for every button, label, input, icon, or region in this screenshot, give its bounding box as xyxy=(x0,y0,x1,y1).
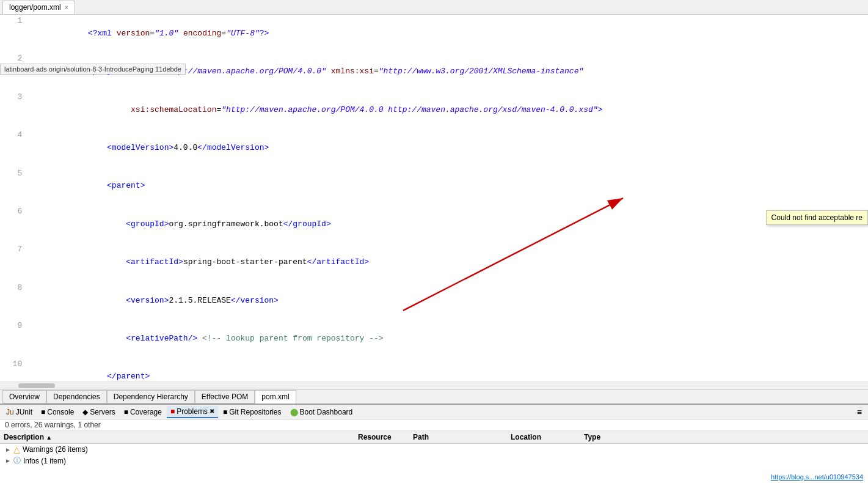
line-number: 8 xyxy=(0,282,28,320)
col-location[interactable]: Location xyxy=(507,432,580,442)
col-resource[interactable]: Resource xyxy=(354,432,409,442)
minimize-button[interactable]: ≡ xyxy=(853,406,866,418)
info-group-label: Infos (1 item) xyxy=(23,457,66,465)
editor-area: latinboard-ads origin/solution-8-3-Intro… xyxy=(0,15,868,404)
problems-badge: ✖ xyxy=(210,408,214,415)
boot-icon: ⬤ xyxy=(290,408,298,416)
tab-effective-pom[interactable]: Effective POM xyxy=(195,390,255,404)
line-content: <relativePath/> <!-- lookup parent from … xyxy=(28,320,868,358)
tab-bar: loggen/pom.xml × xyxy=(0,0,868,15)
line-content: <parent> xyxy=(28,168,868,205)
sort-icon: ▲ xyxy=(46,434,52,441)
table-row: 5 <parent> xyxy=(0,168,868,205)
col-path[interactable]: Path xyxy=(409,432,507,442)
bottom-link[interactable]: https://blog.s...net/u010947534 xyxy=(771,473,863,481)
expand-icon[interactable]: ► xyxy=(5,457,11,464)
line-number: 9 xyxy=(0,320,28,358)
editor-tabs: Overview Dependencies Dependency Hierarc… xyxy=(0,389,868,404)
line-content: <groupId>org.springframework.boot</group… xyxy=(28,205,868,243)
table-row: 8 <version>2.1.5.RELEASE</version> xyxy=(0,282,868,320)
line-number: 7 xyxy=(0,243,28,281)
line-content: <modelVersion>4.0.0</modelVersion> xyxy=(28,129,868,167)
git-icon: ■ xyxy=(223,408,227,416)
expand-icon[interactable]: ► xyxy=(5,446,11,453)
table-row: 4 <modelVersion>4.0.0</modelVersion> xyxy=(0,129,868,167)
tab-overview[interactable]: Overview xyxy=(2,390,46,404)
table-row: 7 <artifactId>spring-boot-starter-parent… xyxy=(0,243,868,281)
info-icon: ⓘ xyxy=(13,455,21,466)
servers-icon: ◆ xyxy=(82,408,88,416)
console-icon: ■ xyxy=(41,408,45,416)
line-content: </parent> xyxy=(28,358,868,382)
table-row: 6 <groupId>org.springframework.boot</gro… xyxy=(0,205,868,243)
table-row: 1 <?xml version="1.0" encoding="UTF-8"?> xyxy=(0,15,868,53)
tool-servers[interactable]: ◆ Servers xyxy=(79,407,119,418)
line-content: <?xml version="1.0" encoding="UTF-8"?> xyxy=(28,15,868,53)
table-row: 10 </parent> xyxy=(0,358,868,382)
tool-console[interactable]: ■ Console xyxy=(37,407,78,418)
error-text: Could not find acceptable re xyxy=(771,213,863,222)
line-number: 5 xyxy=(0,168,28,205)
line-number: 1 xyxy=(0,15,28,53)
file-tab[interactable]: loggen/pom.xml × xyxy=(2,1,75,14)
tool-git[interactable]: ■ Git Repositories xyxy=(219,407,285,418)
line-number: 10 xyxy=(0,358,28,382)
tab-pom-xml[interactable]: pom.xml xyxy=(255,390,296,404)
col-type[interactable]: Type xyxy=(580,432,868,442)
list-item: ► ⓘ Infos (1 item) xyxy=(0,455,868,466)
close-icon[interactable]: × xyxy=(65,4,68,11)
warning-icon: △ xyxy=(13,444,20,454)
line-content: <version>2.1.5.RELEASE</version> xyxy=(28,282,868,320)
horizontal-scrollbar[interactable] xyxy=(0,382,868,389)
tab-title: loggen/pom.xml xyxy=(9,3,61,12)
list-item: ► △ Warnings (26 items) xyxy=(0,444,868,455)
problems-table-header: Description ▲ Resource Path Location Typ… xyxy=(0,431,868,444)
line-number: 3 xyxy=(0,91,28,129)
line-content: xsi:schemaLocation="http://maven.apache.… xyxy=(28,91,868,129)
warning-group-label: Warnings (26 items) xyxy=(23,445,88,454)
error-popup: Could not find acceptable re xyxy=(766,210,868,225)
tab-dependency-hierarchy[interactable]: Dependency Hierarchy xyxy=(107,390,195,404)
line-content: <artifactId>spring-boot-starter-parent</… xyxy=(28,243,868,281)
tool-junit[interactable]: Ju JUnit xyxy=(2,407,36,418)
table-row: 9 <relativePath/> <!-- lookup parent fro… xyxy=(0,320,868,358)
problems-table-body: ► △ Warnings (26 items) ► ⓘ Infos (1 ite… xyxy=(0,444,868,483)
line-number: 6 xyxy=(0,205,28,243)
tab-dependencies[interactable]: Dependencies xyxy=(46,390,107,404)
junit-icon: Ju xyxy=(6,408,14,416)
breadcrumb-tooltip: latinboard-ads origin/solution-8-3-Intro… xyxy=(0,64,186,75)
col-description[interactable]: Description ▲ xyxy=(0,432,354,442)
problem-status: 0 errors, 26 warnings, 1 other xyxy=(0,419,868,431)
line-number: 4 xyxy=(0,129,28,167)
tool-boot-dashboard[interactable]: ⬤ Boot Dashboard xyxy=(286,407,357,418)
tool-problems[interactable]: ■ Problems ✖ xyxy=(167,406,218,418)
bottom-panel: Ju JUnit ■ Console ◆ Servers ■ Coverage … xyxy=(0,404,868,483)
coverage-icon: ■ xyxy=(124,408,128,416)
problems-icon: ■ xyxy=(170,407,175,416)
table-row: 3 xsi:schemaLocation="http://maven.apach… xyxy=(0,91,868,129)
tool-coverage[interactable]: ■ Coverage xyxy=(120,407,166,418)
bottom-toolbar: Ju JUnit ■ Console ◆ Servers ■ Coverage … xyxy=(0,405,868,419)
